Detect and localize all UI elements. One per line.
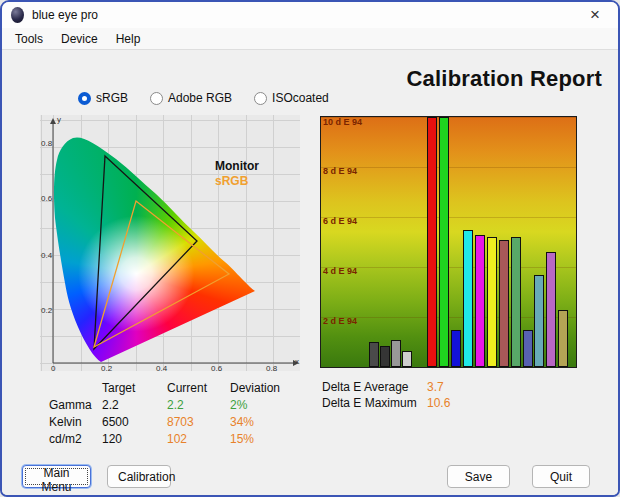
delta-e-average-label: Delta E Average — [322, 380, 427, 394]
radio-srgb[interactable]: sRGB — [78, 91, 128, 105]
monitor-gamut-triangle — [94, 156, 197, 349]
header-current: Current — [167, 381, 230, 395]
header-target: Target — [102, 381, 167, 395]
x-tick: 0.2 — [101, 364, 112, 373]
y-tick-label: 6 d E 94 — [323, 216, 357, 226]
legend-monitor: Monitor — [215, 159, 259, 173]
legend-srgb: sRGB — [215, 174, 248, 188]
current-value: 8703 — [167, 415, 230, 429]
bar-blue — [451, 330, 461, 368]
app-window: blue eye pro × Tools Device Help Calibra… — [0, 0, 620, 497]
menu-help[interactable]: Help — [107, 30, 150, 48]
radio-adobe-rgb[interactable]: Adobe RGB — [150, 91, 232, 105]
x-tick: 0.4 — [156, 364, 167, 373]
title-bar: blue eye pro × — [2, 2, 618, 28]
x-tick: 0 — [51, 364, 55, 373]
delta-e-bar-chart: 10 d E 948 d E 946 d E 944 d E 942 d E 9… — [320, 116, 577, 368]
calibration-button[interactable]: Calibration — [107, 465, 171, 488]
profile-radio-group: sRGB Adobe RGB ISOcoated — [78, 91, 329, 105]
y-tick: 0.8 — [41, 139, 52, 148]
gamut-overlay — [40, 115, 300, 371]
y-tick: 0.4 — [41, 251, 52, 260]
bar-slate-blue — [523, 330, 533, 368]
results-table: Target Current Deviation Gamma 2.2 2.2 2… — [49, 379, 300, 447]
target-value: 6500 — [102, 415, 167, 429]
main-content: Calibration Report sRGB Adobe RGB ISOcoa… — [2, 50, 618, 496]
y-tick: 0.2 — [41, 306, 52, 315]
bar-orchid — [546, 252, 556, 367]
menu-device[interactable]: Device — [52, 30, 107, 48]
menu-bar: Tools Device Help — [2, 28, 618, 50]
radio-adobe-rgb-label: Adobe RGB — [168, 91, 232, 105]
y-tick-label: 10 d E 94 — [323, 117, 362, 127]
save-button[interactable]: Save — [447, 465, 510, 488]
y-tick-label: 2 d E 94 — [323, 316, 357, 326]
bar-sea-green — [511, 237, 521, 367]
y-tick: 0.6 — [41, 194, 52, 203]
row-label: cd/m2 — [49, 432, 102, 446]
radio-isocoated-label: ISOcoated — [272, 91, 329, 105]
menu-tools[interactable]: Tools — [6, 30, 52, 48]
bar-magenta — [475, 235, 485, 368]
current-value: 102 — [167, 432, 230, 446]
bar-dark-khaki — [558, 310, 568, 368]
app-logo-icon — [11, 7, 24, 23]
y-tick-label: 8 d E 94 — [323, 166, 357, 176]
header-deviation: Deviation — [230, 381, 300, 395]
delta-e-maximum-label: Delta E Maximum — [322, 396, 427, 410]
radio-srgb-circle-icon[interactable] — [78, 92, 91, 105]
bar-red — [427, 117, 437, 367]
radio-adobe-rgb-circle-icon[interactable] — [150, 92, 163, 105]
x-tick: 0.8 — [266, 364, 277, 373]
y-tick-label: 4 d E 94 — [323, 266, 357, 276]
cie-chromaticity-diagram: y x 0.8 0.6 0.4 0.2 0 0.2 0.4 0.6 0.8 Mo… — [40, 115, 300, 371]
target-value: 2.2 — [102, 398, 167, 412]
y-axis-label: y — [57, 115, 61, 124]
bar-steel-teal — [534, 275, 544, 368]
radio-isocoated-circle-icon[interactable] — [254, 92, 267, 105]
target-value: 120 — [102, 432, 167, 446]
row-label: Gamma — [49, 398, 102, 412]
x-tick: 0.6 — [211, 364, 222, 373]
x-axis-label: x — [295, 357, 299, 366]
page-title: Calibration Report — [407, 66, 603, 92]
bar-brown — [499, 240, 509, 368]
close-icon[interactable]: × — [578, 2, 612, 28]
radio-isocoated[interactable]: ISOcoated — [254, 91, 329, 105]
main-menu-button[interactable]: Main Menu — [22, 465, 91, 488]
quit-button[interactable]: Quit — [532, 465, 590, 488]
current-value: 2.2 — [167, 398, 230, 412]
bar-yellow — [487, 237, 497, 367]
table-header-row: Target Current Deviation — [49, 379, 300, 396]
window-title: blue eye pro — [32, 8, 98, 22]
row-label: Kelvin — [49, 415, 102, 429]
deviation-value: 2% — [230, 398, 300, 412]
radio-srgb-label: sRGB — [96, 91, 128, 105]
delta-e-summary: Delta E Average 3.7 Delta E Maximum 10.6 — [322, 379, 450, 411]
bar-gray-1 — [369, 342, 379, 367]
bar-gray-2 — [380, 346, 390, 367]
bar-gray-4 — [402, 351, 412, 367]
bar-gray-3 — [391, 340, 401, 368]
deviation-value: 34% — [230, 415, 300, 429]
table-row: Kelvin 6500 8703 34% — [49, 413, 300, 430]
srgb-gamut-triangle — [94, 201, 229, 347]
table-row: Gamma 2.2 2.2 2% — [49, 396, 300, 413]
table-row: cd/m2 120 102 15% — [49, 430, 300, 447]
bar-green — [439, 117, 449, 367]
delta-e-maximum-value: 10.6 — [427, 396, 450, 410]
deviation-value: 15% — [230, 432, 300, 446]
delta-e-average-value: 3.7 — [427, 380, 444, 394]
bar-cyan — [463, 230, 473, 368]
